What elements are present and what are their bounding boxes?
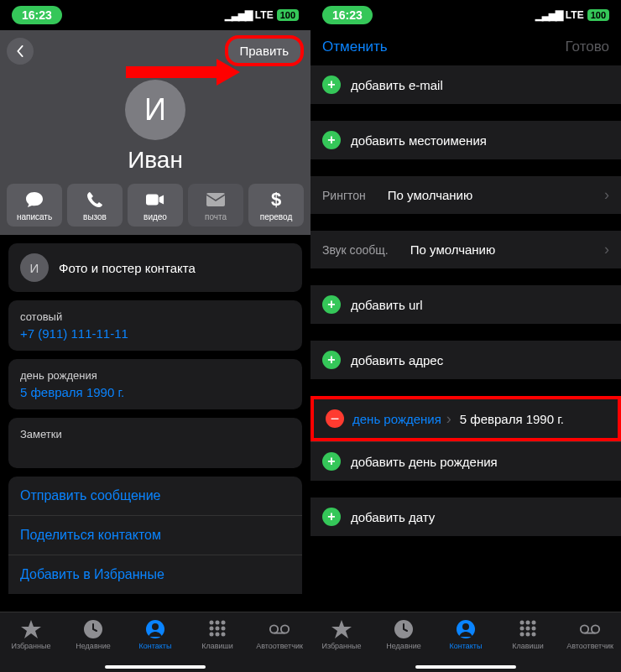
tab-recents-label: Недавние <box>386 642 420 650</box>
topbar: Править <box>0 30 310 71</box>
ringtone-value: По умолчанию <box>388 188 594 202</box>
annotation-arrow <box>126 66 218 78</box>
keypad-icon <box>517 619 539 639</box>
tab-favorites[interactable]: Избранные <box>310 612 373 672</box>
edit-list: + добавить e-mail + добавить местоимения… <box>310 65 621 612</box>
tab-favorites[interactable]: Избранные <box>0 612 62 672</box>
birthday-highlight: − день рождения › 5 февраля 1990 г. <box>310 396 621 441</box>
tab-recents[interactable]: Недавние <box>62 612 124 672</box>
home-indicator[interactable] <box>105 665 206 669</box>
birthday-value: 5 февраля 1990 г. <box>20 385 290 399</box>
action-call[interactable]: вызов <box>67 184 123 227</box>
tab-voicemail[interactable]: Автоответчик <box>559 612 621 672</box>
tab-keypad-label: Клавиши <box>512 642 544 650</box>
mail-icon <box>206 190 225 209</box>
svg-point-6 <box>216 621 220 625</box>
add-birthday-cell[interactable]: + добавить день рождения <box>310 441 621 481</box>
svg-point-30 <box>592 625 599 633</box>
action-pay-label: перевод <box>260 212 292 221</box>
add-date-label: добавить дату <box>351 510 609 524</box>
add-url-cell[interactable]: + добавить url <box>310 285 621 324</box>
textsound-cell[interactable]: Звук сообщ. По умолчанию › <box>310 231 621 268</box>
add-email-cell[interactable]: + добавить e-mail <box>310 65 621 104</box>
mobile-card[interactable]: сотовый +7 (911) 111-11-11 <box>8 300 302 351</box>
status-bar: 16:23 ▁▃▅▇ LTE 100 <box>310 0 621 30</box>
cancel-button[interactable]: Отменить <box>322 39 388 55</box>
plus-icon: + <box>322 76 341 94</box>
add-birthday-label: добавить день рождения <box>351 455 609 469</box>
svg-point-14 <box>270 625 278 633</box>
birthday-row[interactable]: − день рождения › 5 февраля 1990 г. <box>314 399 618 438</box>
ringtone-cell[interactable]: Рингтон По умолчанию › <box>310 176 621 214</box>
svg-point-7 <box>222 621 226 625</box>
ringtone-key: Рингтон <box>322 189 366 202</box>
action-video[interactable]: видео <box>128 184 183 227</box>
plus-icon: + <box>322 351 341 369</box>
chevron-right-icon: › <box>446 410 451 428</box>
tab-keypad[interactable]: Клавиши <box>186 612 248 672</box>
birthday-card[interactable]: день рождения 5 февраля 1990 г. <box>8 359 302 409</box>
person-icon <box>144 619 166 639</box>
chevron-left-icon <box>15 45 25 57</box>
back-button[interactable] <box>7 38 34 65</box>
photo-poster-label: Фото и постер контакта <box>59 261 196 275</box>
tab-recents[interactable]: Недавние <box>373 612 435 672</box>
birthday-key-label: день рождения <box>352 412 441 426</box>
person-icon <box>455 619 477 639</box>
home-indicator[interactable] <box>415 665 516 669</box>
action-call-label: вызов <box>83 212 107 221</box>
add-pronouns-cell[interactable]: + добавить местоимения <box>310 121 621 159</box>
mobile-value: +7 (911) 111-11-11 <box>20 326 290 341</box>
svg-point-4 <box>152 623 159 630</box>
phone-right: 16:23 ▁▃▅▇ LTE 100 Отменить Готово + доб… <box>310 0 621 672</box>
phone-icon <box>86 190 104 209</box>
status-time: 16:23 <box>322 6 373 24</box>
svg-point-10 <box>222 627 226 631</box>
send-message-link[interactable]: Отправить сообщение <box>8 477 302 515</box>
action-mail: почта <box>188 184 243 227</box>
tab-recents-label: Недавние <box>76 642 110 650</box>
profile-area: И Иван <box>0 71 310 184</box>
action-mail-label: почта <box>205 212 227 221</box>
svg-point-20 <box>520 621 524 625</box>
svg-point-28 <box>532 633 536 637</box>
action-write-label: написать <box>17 212 52 221</box>
share-contact-link[interactable]: Поделиться контактом <box>8 515 302 555</box>
done-button[interactable]: Готово <box>566 39 610 55</box>
battery-badge: 100 <box>587 9 609 21</box>
add-pronouns-label: добавить местоимения <box>351 133 609 148</box>
tab-contacts-label: Контакты <box>450 642 483 650</box>
tab-keypad-label: Клавиши <box>201 642 233 650</box>
content-left: И Фото и постер контакта сотовый +7 (911… <box>0 235 310 612</box>
avatar[interactable]: И <box>125 80 185 140</box>
notes-card[interactable]: Заметки <box>8 418 302 468</box>
svg-rect-0 <box>146 195 159 206</box>
status-right: ▁▃▅▇ LTE 100 <box>535 9 609 21</box>
voicemail-icon <box>269 619 290 639</box>
textsound-key: Звук сообщ. <box>322 243 389 257</box>
action-write[interactable]: написать <box>7 184 62 227</box>
minus-icon[interactable]: − <box>326 409 344 428</box>
textsound-value: По умолчанию <box>410 242 594 257</box>
status-right: ▁▃▅▇ LTE 100 <box>225 9 299 21</box>
status-bar: 16:23 ▁▃▅▇ LTE 100 <box>0 0 310 30</box>
add-email-label: добавить e-mail <box>351 78 609 92</box>
message-icon <box>25 190 44 209</box>
svg-point-21 <box>526 621 530 625</box>
keypad-icon <box>206 619 228 639</box>
add-favorite-link[interactable]: Добавить в Избранные <box>8 555 302 594</box>
add-address-cell[interactable]: + добавить адрес <box>310 341 621 379</box>
clock-icon <box>82 619 104 639</box>
tab-keypad[interactable]: Клавиши <box>497 612 559 672</box>
add-url-label: добавить url <box>351 298 609 312</box>
svg-point-26 <box>520 633 524 637</box>
birthday-key-link[interactable]: день рождения › <box>352 410 451 428</box>
photo-poster-card[interactable]: И Фото и постер контакта <box>8 243 302 292</box>
add-date-cell[interactable]: + добавить дату <box>310 497 621 536</box>
tab-voicemail[interactable]: Автоответчик <box>248 612 310 672</box>
tab-contacts[interactable]: Контакты <box>435 612 497 672</box>
action-pay[interactable]: $ перевод <box>248 184 304 227</box>
star-icon <box>331 619 352 639</box>
svg-point-27 <box>526 633 530 637</box>
tab-contacts[interactable]: Контакты <box>124 612 186 672</box>
